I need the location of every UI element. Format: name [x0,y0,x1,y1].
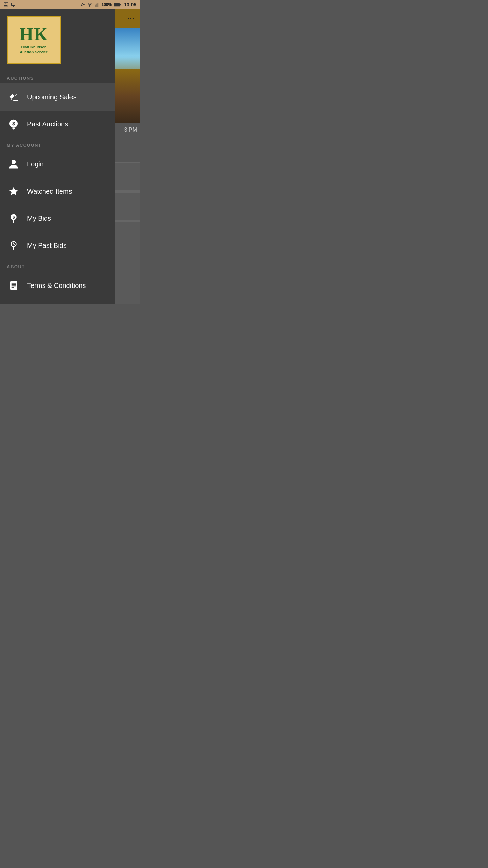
more-options-button[interactable]: ⋮ [127,14,135,24]
section-header-auctions: AUCTIONS [0,71,115,83]
svg-marker-15 [9,187,18,195]
battery-icon [114,3,121,7]
menu-item-my-past-bids[interactable]: My Past Bids [0,232,115,259]
battery-percentage: 100% [101,2,112,7]
section-header-account: MY ACCOUNT [0,138,115,151]
svg-rect-2 [11,3,15,6]
dollar-chat-icon: $ [7,117,20,131]
svg-rect-7 [98,3,98,7]
menu-item-terms[interactable]: Terms & Conditions [0,272,115,299]
svg-rect-10 [120,4,121,6]
nav-drawer: HK Hiatt Knudson Auction Service AUCTION… [0,9,115,304]
logo-company-name: Hiatt Knudson Auction Service [20,45,48,55]
past-auctions-label: Past Auctions [27,120,68,128]
menu-item-upcoming-sales[interactable]: Upcoming Sales [0,83,115,111]
signal-icon [94,2,100,7]
svg-rect-22 [10,281,17,290]
logo-letters: HK [20,26,48,43]
person-icon [7,157,20,171]
status-bar: 100% 13:05 [0,0,140,9]
svg-point-14 [12,160,16,164]
my-bids-label: My Bids [27,215,51,222]
svg-text:$: $ [13,215,15,220]
my-past-bids-label: My Past Bids [27,242,67,250]
terms-label: Terms & Conditions [27,282,86,290]
svg-rect-5 [96,4,96,7]
svg-rect-4 [95,5,95,7]
status-left-icons [3,2,16,7]
svg-rect-9 [114,3,120,6]
logo-area: HK Hiatt Knudson Auction Service [0,9,115,71]
clock: 13:05 [124,2,136,7]
section-header-about: ABOUT [0,259,115,272]
svg-text:$: $ [12,121,15,126]
menu-item-my-bids[interactable]: $ My Bids [0,205,115,232]
document-icon [7,279,20,292]
upcoming-sales-label: Upcoming Sales [27,93,77,101]
wifi-icon [87,2,93,7]
star-icon [7,184,20,198]
svg-rect-6 [97,4,97,7]
menu-item-about-us[interactable]: About Us [0,299,115,304]
mute-icon [81,2,85,7]
image-icon [3,2,9,7]
app-container: ⋮ 3 PM [0,9,140,304]
dollar-pin-icon: $ [7,212,20,225]
watched-items-label: Watched Items [27,188,72,195]
logo-box: HK Hiatt Knudson Auction Service [7,16,61,64]
status-right: 100% 13:05 [81,2,136,7]
login-label: Login [27,160,44,168]
menu-item-login[interactable]: Login [0,151,115,178]
menu-item-past-auctions[interactable]: $ Past Auctions [0,111,115,138]
svg-point-3 [90,6,90,7]
svg-point-1 [5,3,6,4]
screen-share-icon [11,2,16,7]
clock-pin-icon [7,239,20,252]
gavel-icon [7,90,20,104]
menu-item-watched-items[interactable]: Watched Items [0,178,115,205]
